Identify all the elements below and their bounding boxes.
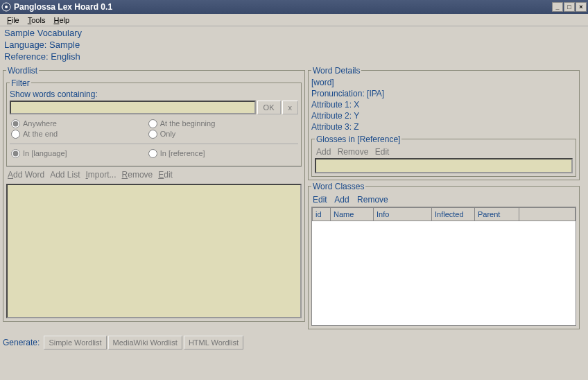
glosses-group: Glosses in [Reference] Add Remove Edit (311, 135, 576, 177)
titlebar: Panglossa Lex Hoard 0.1 _ □ × (0, 0, 588, 14)
radio-end[interactable]: At the end (11, 129, 148, 139)
minimize-button[interactable]: _ (552, 2, 563, 12)
col-spacer (519, 207, 576, 221)
filter-legend: Filter (10, 78, 31, 88)
word-details-legend: Word Details (311, 66, 361, 76)
radio-anywhere[interactable]: Anywhere (11, 119, 148, 129)
vocab-name: Sample Vocabulary (4, 28, 584, 40)
col-inflected[interactable]: Inflected (432, 207, 475, 221)
svg-point-1 (5, 6, 8, 8)
col-id[interactable]: id (313, 207, 331, 221)
wordlist-toolbar: Add Word Add List Import... Remove Edit (6, 166, 302, 182)
add-list-button[interactable]: Add List (50, 170, 80, 180)
gen-simple-button[interactable]: Simple Wordlist (44, 336, 106, 349)
menu-file[interactable]: File (3, 15, 24, 25)
wc-add-button[interactable]: Add (334, 195, 349, 205)
detail-pronunciation: Pronunciation: [IPA] (311, 88, 576, 99)
detail-attr1: Attribute 1: X (311, 99, 576, 110)
generate-bar: Generate: Simple Wordlist MediaWiki Word… (0, 334, 588, 352)
generate-label: Generate: (3, 338, 40, 347)
word-classes-table[interactable]: id Name Info Inflected Parent (312, 207, 576, 221)
glosses-listbox[interactable] (315, 158, 573, 173)
language-label: Language: Sample (4, 40, 584, 51)
filter-ok-button[interactable]: OK (257, 101, 281, 114)
detail-attr2: Attribute 2: Y (311, 110, 576, 121)
filter-clear-button[interactable]: x (282, 101, 299, 114)
close-button[interactable]: × (576, 2, 587, 12)
wordlist-group: Wordlist Filter Show words containing: O… (3, 66, 305, 322)
glosses-legend: Glosses in [Reference] (315, 135, 401, 144)
word-classes-toolbar: Edit Add Remove (311, 193, 576, 207)
wordlist-legend: Wordlist (6, 66, 39, 76)
gen-mediawiki-button[interactable]: MediaWiki Wordlist (108, 336, 182, 349)
gloss-remove-button[interactable]: Remove (338, 147, 369, 157)
position-radio-group: Anywhere At the beginning At the end Onl… (10, 116, 298, 142)
glosses-toolbar: Add Remove Edit (315, 146, 573, 158)
main-panels: Wordlist Filter Show words containing: O… (0, 64, 588, 329)
show-words-label: Show words containing: (10, 89, 298, 99)
gloss-add-button[interactable]: Add (316, 147, 331, 157)
col-info[interactable]: Info (374, 207, 432, 221)
add-word-button[interactable]: Add Word (8, 170, 44, 180)
col-name[interactable]: Name (331, 207, 374, 221)
left-panel: Wordlist Filter Show words containing: O… (3, 64, 305, 329)
language-radio-group: In [language] In [reference] (10, 144, 298, 163)
radio-in-reference[interactable]: In [reference] (148, 148, 286, 159)
wordlist-listbox[interactable] (6, 184, 302, 318)
right-panel: Word Details [word] Pronunciation: [IPA]… (308, 64, 580, 329)
info-area: Sample Vocabulary Language: Sample Refer… (0, 26, 588, 64)
gloss-edit-button[interactable]: Edit (375, 147, 390, 157)
radio-in-language[interactable]: In [language] (11, 148, 148, 159)
detail-word: [word] (311, 77, 576, 88)
filter-input[interactable] (10, 101, 256, 114)
wc-edit-button[interactable]: Edit (313, 195, 327, 205)
word-classes-group: Word Classes Edit Add Remove id Name Inf… (308, 182, 580, 329)
menu-help[interactable]: Help (49, 15, 74, 25)
radio-beginning[interactable]: At the beginning (148, 119, 286, 129)
filter-group: Filter Show words containing: OK x Anywh… (6, 78, 302, 166)
edit-word-button[interactable]: Edit (158, 170, 173, 180)
word-classes-legend: Word Classes (311, 182, 365, 191)
import-button[interactable]: Import... (86, 170, 116, 180)
wc-remove-button[interactable]: Remove (357, 195, 388, 205)
app-icon (1, 2, 11, 12)
remove-word-button[interactable]: Remove (122, 170, 153, 180)
word-classes-table-wrap: id Name Info Inflected Parent (311, 207, 576, 326)
window-title: Panglossa Lex Hoard 0.1 (14, 2, 552, 12)
window-controls: _ □ × (552, 2, 587, 12)
maximize-button[interactable]: □ (564, 2, 575, 12)
menu-tools[interactable]: Tools (24, 15, 50, 25)
word-details-group: Word Details [word] Pronunciation: [IPA]… (308, 66, 580, 180)
detail-attr3: Attribute 3: Z (311, 121, 576, 132)
menubar: File Tools Help (0, 14, 588, 26)
col-parent[interactable]: Parent (475, 207, 519, 221)
reference-label: Reference: English (4, 51, 584, 63)
radio-only[interactable]: Only (148, 129, 286, 139)
gen-html-button[interactable]: HTML Wordlist (184, 336, 243, 349)
